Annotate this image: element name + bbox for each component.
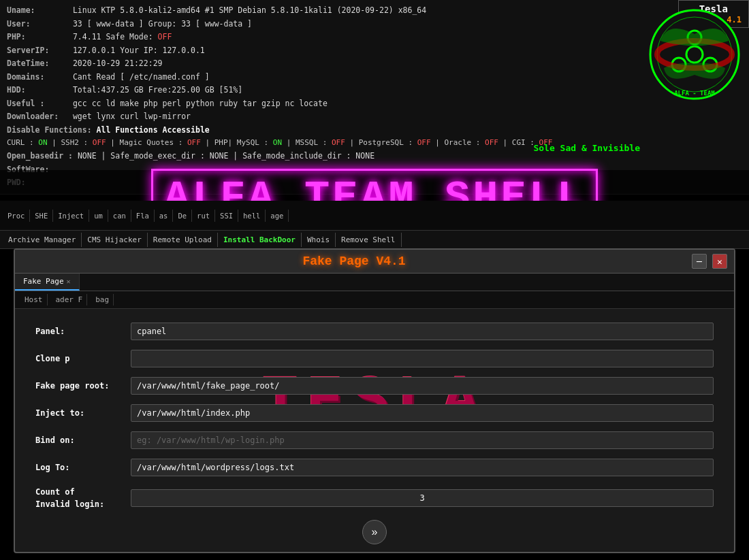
bind-row: Bind on: (35, 431, 714, 449)
logto-row: Log To: (35, 459, 714, 476)
mini-nav-as[interactable]: as (155, 210, 174, 222)
mini-nav: Proc SHE Inject um can Fla as De rut SSI… (0, 201, 749, 231)
modal-title: Fake Page V4.1 (22, 254, 686, 268)
modal-titlebar: Fake Page V4.1 ─ ✕ (15, 250, 734, 274)
nav-remove-shell[interactable]: Remove Shell (336, 233, 401, 247)
useful-line: Useful : gcc cc ld make php perl python … (7, 97, 742, 111)
nav-remote-upload[interactable]: Remote Upload (148, 233, 218, 247)
disable-line: Disable Functions: All Functions Accessi… (7, 124, 742, 137)
subnav-ader[interactable]: ader F (52, 294, 88, 306)
panel-row: Panel: (35, 323, 714, 340)
mini-nav-proc[interactable]: Proc (3, 210, 30, 222)
php-line: PHP: 7.4.11 Safe Mode: OFF (7, 31, 742, 44)
tab-close-btn[interactable]: ✕ (67, 278, 71, 285)
fakeroot-row: Fake page root: (35, 377, 714, 395)
panel-label: Panel: (35, 327, 131, 336)
mini-nav-age[interactable]: age (266, 210, 289, 222)
modal-body: TESLA Panel: Clone p Fake page root: Inj… (15, 309, 734, 552)
clone-label: Clone p (35, 354, 131, 363)
fakeroot-input[interactable] (131, 377, 714, 395)
nav-bar: Archive Manager CMS Hijacker Remote Uplo… (0, 230, 749, 249)
alfa-team-logo: ALFA - TEAM (647, 7, 742, 102)
inject-input[interactable] (131, 404, 714, 422)
svg-point-0 (650, 10, 739, 99)
count-row: Count ofInvalid login: (35, 486, 714, 510)
mini-nav-fla[interactable]: Fla (131, 210, 155, 222)
nav-cms-hijacker[interactable]: CMS Hijacker (82, 233, 147, 247)
subnav-host[interactable]: Host (20, 294, 48, 306)
domains-line: Domains: Cant Read [ /etc/named.conf ] (7, 71, 742, 84)
disable-value: All Functions Accessible (97, 125, 210, 135)
tab-fake-page[interactable]: Fake Page ✕ (15, 274, 80, 291)
submit-section: » (35, 520, 714, 544)
bind-input[interactable] (131, 431, 714, 449)
nav-install-backdoor[interactable]: Install BackDoor (218, 233, 302, 247)
modal-close-button[interactable]: ✕ (712, 254, 727, 269)
modal-subnav: Host ader F bag (15, 291, 734, 309)
hdd-line: HDD: Total:437.25 GB Free:225.00 GB [51%… (7, 84, 742, 97)
downloader-line: Downloader: wget lynx curl lwp-mirror (7, 110, 742, 124)
datetime-line: DateTime: 2020-10-29 21:22:29 (7, 57, 742, 71)
nav-whois[interactable]: Whois (302, 233, 336, 247)
mini-nav-rut[interactable]: rut (192, 210, 215, 222)
inject-row: Inject to: (35, 404, 714, 422)
tab-label: Fake Page (23, 277, 64, 286)
mini-nav-um[interactable]: um (89, 210, 108, 222)
panel-input[interactable] (131, 323, 714, 340)
top-panel: Tesla Version: 4.1 ALFA - TEAM Uname: (0, 0, 749, 195)
mini-nav-de[interactable]: De (173, 210, 192, 222)
nav-archive-manager[interactable]: Archive Manager (3, 233, 82, 247)
mini-nav-can[interactable]: can (108, 210, 131, 222)
submit-button[interactable]: » (362, 520, 387, 544)
mini-nav-inject[interactable]: Inject (53, 210, 89, 222)
subnav-bag[interactable]: bag (91, 294, 114, 306)
mini-nav-ssi[interactable]: SSI (215, 210, 238, 222)
sole-sad-text: Sole Sad & Invisible (533, 143, 640, 153)
logto-label: Log To: (35, 463, 131, 472)
uname-line: Uname: Linux KTP 5.8.0-kali2-amd64 #1 SM… (7, 4, 742, 18)
count-label: Count ofInvalid login: (35, 486, 131, 510)
mini-nav-hell[interactable]: hell (238, 210, 266, 222)
svg-text:ALFA - TEAM: ALFA - TEAM (674, 90, 715, 97)
bind-label: Bind on: (35, 435, 131, 445)
user-line: User: 33 [ www-data ] Group: 33 [ www-da… (7, 18, 742, 31)
modal: Fake Page V4.1 ─ ✕ Fake Page ✕ Host ader… (14, 248, 735, 553)
inject-label: Inject to: (35, 408, 131, 418)
serverip-line: ServerIP: 127.0.0.1 Your IP: 127.0.0.1 (7, 44, 742, 58)
modal-minimize-button[interactable]: ─ (692, 254, 707, 269)
clone-row: Clone p (35, 350, 714, 367)
fakeroot-label: Fake page root: (35, 381, 131, 391)
clone-input[interactable] (131, 350, 714, 367)
modal-tabs: Fake Page ✕ (15, 274, 734, 291)
php-safemode: OFF (158, 32, 172, 42)
count-input[interactable] (131, 489, 714, 507)
logto-input[interactable] (131, 459, 714, 476)
mini-nav-she[interactable]: SHE (30, 210, 53, 222)
